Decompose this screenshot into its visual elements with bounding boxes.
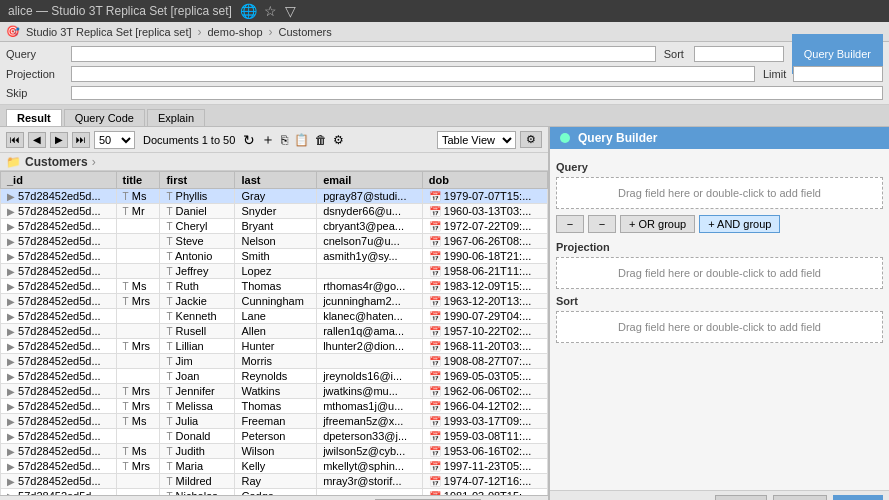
qb-query-dropzone: Drag field here or double-click to add f… <box>556 177 883 209</box>
cell-email: asmith1y@sy... <box>317 249 423 264</box>
col-first[interactable]: first <box>160 172 235 189</box>
col-id[interactable]: _id <box>1 172 117 189</box>
cell-title: T Mrs <box>116 384 160 399</box>
view-select[interactable]: Table ViewTree ViewJSON View <box>437 131 516 149</box>
query-label: Query <box>6 46 71 62</box>
cell-last: Ray <box>235 474 317 489</box>
cell-last: Kelly <box>235 459 317 474</box>
table-row[interactable]: ▶ 57d28452ed5d...T RusellAllenrallen1q@a… <box>1 324 548 339</box>
refresh-icon[interactable]: ↻ <box>243 132 255 148</box>
tab-query-code[interactable]: Query Code <box>64 109 145 126</box>
paste-icon[interactable]: 📋 <box>294 133 309 147</box>
cell-email: cnelson7u@u... <box>317 234 423 249</box>
cell-first: T Rusell <box>160 324 235 339</box>
cell-last: Cunningham <box>235 294 317 309</box>
qb-body: Query Drag field here or double-click to… <box>550 149 889 490</box>
table-container[interactable]: _id title first last email dob ▶ 57d2845… <box>0 171 548 495</box>
skip-input[interactable] <box>71 86 883 100</box>
table-row[interactable]: ▶ 57d28452ed5d...T MrT DanielSnyderdsnyd… <box>1 204 548 219</box>
table-row[interactable]: ▶ 57d28452ed5d...T MrsT MelissaThomasmth… <box>1 399 548 414</box>
table-row[interactable]: ▶ 57d28452ed5d...T MrsT LillianHunterlhu… <box>1 339 548 354</box>
projection-input[interactable]: {} <box>71 66 755 82</box>
cell-id: ▶ 57d28452ed5d... <box>1 249 117 264</box>
window-title: alice — Studio 3T Replica Set [replica s… <box>8 4 232 18</box>
breadcrumb-icon: 📁 <box>6 155 21 169</box>
qb-minus2-btn[interactable]: − <box>588 215 616 233</box>
skip-label: Skip <box>6 87 71 99</box>
cell-title: T Mr <box>116 204 160 219</box>
add-doc-icon[interactable]: ＋ <box>261 131 275 149</box>
table-row[interactable]: ▶ 57d28452ed5d...T CherylBryantcbryant3@… <box>1 219 548 234</box>
cell-first: T Melissa <box>160 399 235 414</box>
cell-last: Freeman <box>235 414 317 429</box>
table-row[interactable]: ▶ 57d28452ed5d...T JimMorris📅 1908-08-27… <box>1 354 548 369</box>
tab-result[interactable]: Result <box>6 109 62 126</box>
qb-minus-btn[interactable]: − <box>556 215 584 233</box>
col-last[interactable]: last <box>235 172 317 189</box>
nav-prev-btn[interactable]: ◀ <box>28 132 46 148</box>
table-row[interactable]: ▶ 57d28452ed5d...T MsT JuliaFreemanjfree… <box>1 414 548 429</box>
breadcrumb-row: 📁 Customers › <box>0 153 548 171</box>
table-row[interactable]: ▶ 57d28452ed5d...T MsT JudithWilsonjwils… <box>1 444 548 459</box>
qb-projection-section: Projection Drag field here or double-cli… <box>556 241 883 289</box>
cell-last: Gray <box>235 189 317 204</box>
qb-apply-btn[interactable]: Apply <box>773 495 827 500</box>
table-row[interactable]: ▶ 57d28452ed5d...T MildredRaymray3r@stor… <box>1 474 548 489</box>
qb-query-title: Query <box>556 161 883 173</box>
nav-first-btn[interactable]: ⏮ <box>6 132 24 148</box>
table-row[interactable]: ▶ 57d28452ed5d...T MrsT JackieCunningham… <box>1 294 548 309</box>
delete-icon[interactable]: 🗑 <box>315 133 327 147</box>
table-row[interactable]: ▶ 57d28452ed5d...T DonaldPetersondpeters… <box>1 429 548 444</box>
copy-icon[interactable]: ⎘ <box>281 133 288 147</box>
cell-last: Nelson <box>235 234 317 249</box>
win-controls: 🌐 ☆ ▽ <box>240 3 296 19</box>
table-row[interactable]: ▶ 57d28452ed5d...T MsT RuthThomasrthomas… <box>1 279 548 294</box>
cell-id: ▶ 57d28452ed5d... <box>1 399 117 414</box>
cell-last: Allen <box>235 324 317 339</box>
cell-email <box>317 264 423 279</box>
menu-icon: ▽ <box>285 3 296 19</box>
cell-email: cbryant3@pea... <box>317 219 423 234</box>
cell-id: ▶ 57d28452ed5d... <box>1 429 117 444</box>
table-row[interactable]: ▶ 57d28452ed5d...T JoanReynoldsjreynolds… <box>1 369 548 384</box>
qb-header: Query Builder <box>550 127 889 149</box>
qb-projection-dropzone: Drag field here or double-click to add f… <box>556 257 883 289</box>
nav-last-btn[interactable]: ⏭ <box>72 132 90 148</box>
query-input[interactable]: {} <box>71 46 656 62</box>
qb-clear-btn[interactable]: Clear <box>715 495 767 500</box>
limit-label: Limit <box>763 68 793 80</box>
nav-bar: ⏮ ◀ ▶ ⏭ 50100200500 Documents 1 to 50 ↻ … <box>0 127 548 153</box>
table-row[interactable]: ▶ 57d28452ed5d...T KennethLaneklanec@hat… <box>1 309 548 324</box>
cell-last: Lopez <box>235 264 317 279</box>
table-row[interactable]: ▶ 57d28452ed5d...T MsT PhyllisGraypgray8… <box>1 189 548 204</box>
qb-footer: Clear Apply Run <box>550 490 889 500</box>
cell-email: rthomas4r@go... <box>317 279 423 294</box>
qb-run-btn[interactable]: Run <box>833 495 883 500</box>
doc-range: Documents 1 to 50 <box>143 134 235 146</box>
col-dob[interactable]: dob <box>422 172 547 189</box>
cell-dob: 📅 1997-11-23T05:... <box>422 459 547 474</box>
nav-next-btn[interactable]: ▶ <box>50 132 68 148</box>
table-row[interactable]: ▶ 57d28452ed5d...T AntonioSmithasmith1y@… <box>1 249 548 264</box>
cell-email: jfreeman5z@x... <box>317 414 423 429</box>
cell-first: T Maria <box>160 459 235 474</box>
table-row[interactable]: ▶ 57d28452ed5d...T MrsT MariaKellymkelly… <box>1 459 548 474</box>
cell-email: jcunningham2... <box>317 294 423 309</box>
limit-input[interactable] <box>793 66 883 82</box>
col-title[interactable]: title <box>116 172 160 189</box>
settings-btn[interactable]: ⚙ <box>520 131 542 148</box>
sort-input[interactable]: {} <box>694 46 784 62</box>
table-row[interactable]: ▶ 57d28452ed5d...T SteveNelsoncnelson7u@… <box>1 234 548 249</box>
cell-email: dpeterson33@j... <box>317 429 423 444</box>
col-email[interactable]: email <box>317 172 423 189</box>
qb-or-btn[interactable]: + OR group <box>620 215 695 233</box>
table-row[interactable]: ▶ 57d28452ed5d...T MrsT JenniferWatkinsj… <box>1 384 548 399</box>
filter-icon[interactable]: ⚙ <box>333 133 344 147</box>
cell-dob: 📅 1990-06-18T21:... <box>422 249 547 264</box>
tab-explain[interactable]: Explain <box>147 109 205 126</box>
limit-select[interactable]: 50100200500 <box>94 131 135 149</box>
cell-first: T Kenneth <box>160 309 235 324</box>
cell-last: Lane <box>235 309 317 324</box>
qb-and-btn[interactable]: + AND group <box>699 215 780 233</box>
table-row[interactable]: ▶ 57d28452ed5d...T JeffreyLopez📅 1958-06… <box>1 264 548 279</box>
